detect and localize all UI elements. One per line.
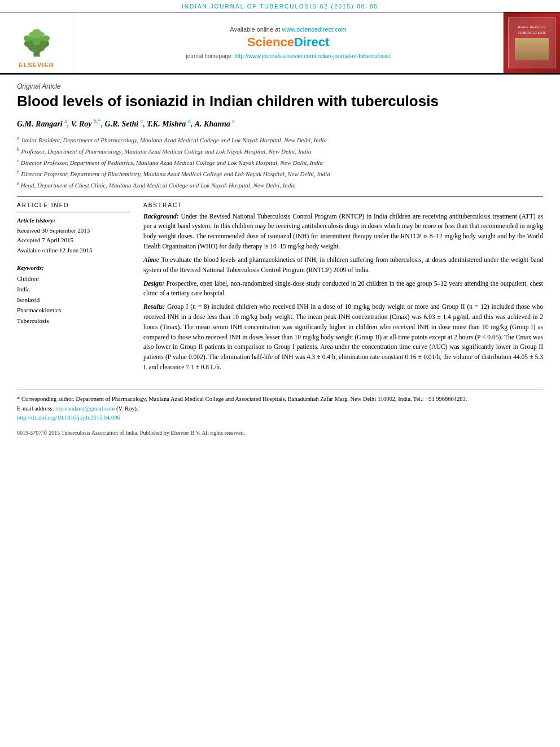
keyword-pharmacokinetics: Pharmacokinetics [17,305,130,316]
elsevier-text: ELSEVIER [19,62,54,68]
email-line: E-mail address: roy.vandana@gmail.com (V… [17,404,543,414]
page: INDIAN JOURNAL OF TUBERCULOSIS 62 (2015)… [0,0,560,747]
background-label: Background: [143,213,181,220]
article-title: Blood levels of isoniazid in Indian chil… [17,93,543,110]
keyword-isoniazid: Isoniazid [17,295,130,305]
author-mishra: T.K. Mishra [147,120,186,128]
journal-header: INDIAN JOURNAL OF TUBERCULOSIS 62 (2015)… [0,0,560,12]
email-suffix: (V. Roy). [116,405,138,412]
two-column-section: ARTICLE INFO Article history: Received 3… [17,202,543,376]
col-divider [17,212,130,212]
tb-cover-image [515,38,549,60]
accepted-date: Accepted 7 April 2015 [17,235,130,246]
aims-text: To evaluate the blood levels and pharmac… [143,256,543,273]
author-khanna: A. Khanna [195,120,230,128]
affiliation-d: d Director Professor, Department of Bioc… [17,168,543,178]
abstract-background: Background: Under the Revised National T… [143,212,543,252]
keywords-label: Keywords: [17,264,130,271]
journal-homepage: journal homepage: http://www.journals.el… [186,53,391,59]
divider-1 [17,196,543,196]
corresponding-label: * Corresponding author. [17,396,75,402]
design-label: Design: [143,280,166,287]
doi-line: http://dx.doi.org/10.1016/j.ijtb.2015.04… [17,413,543,423]
affiliations: a Junior Resident, Department of Pharmac… [17,134,543,190]
aims-label: Aims: [143,256,161,263]
affiliation-c: c Director Professor, Department of Pedi… [17,157,543,167]
sciencedirect-direct: Direct [294,35,329,49]
abstract-text: Background: Under the Revised National T… [143,212,543,373]
elsevier-tree-icon [14,25,59,59]
affiliation-e: e Head, Department of Chest Clinic, Maul… [17,180,543,190]
tb-cover-inner: Indian Journal of TUBERCULOSIS [508,18,555,68]
available-online-text: Available online at www.sciencedirect.co… [230,26,346,33]
abstract-column: ABSTRACT Background: Under the Revised N… [143,202,543,376]
design-text: Prospective, open label, non-randomized … [143,280,543,297]
doi-link[interactable]: http://dx.doi.org/10.1016/j.ijtb.2015.04… [17,414,120,421]
affiliation-b: b Professor, Department of Pharmacology,… [17,146,543,156]
svg-point-8 [29,32,34,37]
abstract-results: Results: Group I (n = 8) included childr… [143,302,543,373]
homepage-url[interactable]: http://www.journals.elsevier.com/indian-… [234,53,390,59]
keyword-children: Children [17,273,130,284]
author-sethi-sup: c [141,118,143,124]
abstract-heading: ABSTRACT [143,202,543,208]
keywords-list: Children India Isoniazid Pharmacokinetic… [17,273,130,326]
sciencedirect-logo: ScienceDirect [247,35,330,50]
author-mishra-sup: d [188,118,191,124]
keyword-tuberculosis: Tuberculosis [17,316,130,326]
author-rangari: G.M. Rangari [17,120,63,128]
corresponding-text: Department of Pharmacology, Maulana Azad… [76,396,467,402]
history-label: Article history: [17,217,130,224]
author-khanna-sup: e [232,118,234,124]
available-date: Available online 12 June 2015 [17,246,130,256]
received-date: Received 30 September 2013 [17,226,130,236]
banner-center: Available online at www.sciencedirect.co… [73,12,504,73]
abstract-design: Design: Prospective, open label, non-ran… [143,279,543,299]
sciencedirect-sci: Science [247,35,294,49]
abstract-aims: Aims: To evaluate the blood levels and p… [143,255,543,276]
banner-row: ELSEVIER Available online at www.science… [0,12,560,75]
elsevier-logo: ELSEVIER [0,12,73,73]
affiliation-a: a Junior Resident, Department of Pharmac… [17,134,543,145]
journal-title: INDIAN JOURNAL OF TUBERCULOSIS 62 (2015)… [182,3,378,10]
svg-point-9 [39,32,44,37]
article-info-column: ARTICLE INFO Article history: Received 3… [17,202,130,376]
author-rangari-sup: a [64,118,67,124]
keyword-india: India [17,284,130,295]
corresponding-author: * Corresponding author. Department of Ph… [17,395,543,404]
results-text: Group I (n = 8) included children who re… [143,303,543,370]
footer-section: * Corresponding author. Department of Ph… [17,390,543,438]
sciencedirect-url[interactable]: www.sciencedirect.com [282,26,346,33]
author-roy-sup: b,* [94,118,101,124]
background-text: Under the Revised National Tuberculosis … [143,213,543,250]
email-label: E-mail address: [17,405,54,412]
tb-cover-title: Indian Journal of TUBERCULOSIS [509,24,555,36]
copyright-text: 0019-5707/© 2015 Tuberculosis Associatio… [17,429,543,438]
email-link[interactable]: roy.vandana@gmail.com [55,405,115,412]
author-sethi: G.R. Sethi [105,120,139,128]
article-info-heading: ARTICLE INFO [17,202,130,208]
author-roy: V. Roy [71,120,91,128]
tb-journal-cover: Indian Journal of TUBERCULOSIS [504,12,560,73]
authors-line: G.M. Rangari a, V. Roy b,*, G.R. Sethi c… [17,118,543,129]
content-area: Original Article Blood levels of isoniaz… [0,75,560,449]
article-type: Original Article [17,82,543,90]
results-label: Results: [143,303,167,310]
